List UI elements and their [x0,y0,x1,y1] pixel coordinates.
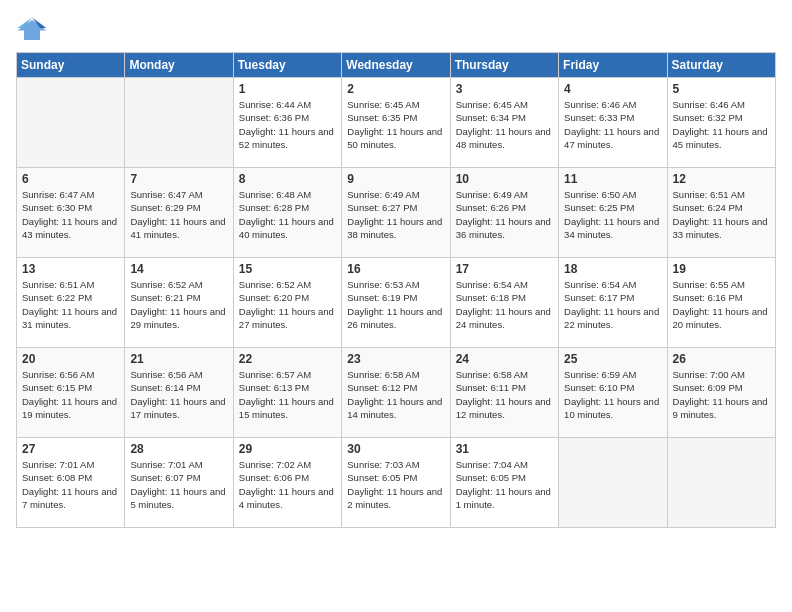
day-number: 13 [22,262,119,276]
day-number: 8 [239,172,336,186]
calendar-cell: 8Sunrise: 6:48 AM Sunset: 6:28 PM Daylig… [233,168,341,258]
calendar-table: SundayMondayTuesdayWednesdayThursdayFrid… [16,52,776,528]
calendar-cell: 2Sunrise: 6:45 AM Sunset: 6:35 PM Daylig… [342,78,450,168]
day-number: 6 [22,172,119,186]
day-number: 30 [347,442,444,456]
day-info: Sunrise: 6:54 AM Sunset: 6:18 PM Dayligh… [456,278,553,331]
day-info: Sunrise: 6:44 AM Sunset: 6:36 PM Dayligh… [239,98,336,151]
day-info: Sunrise: 6:45 AM Sunset: 6:34 PM Dayligh… [456,98,553,151]
calendar-cell: 15Sunrise: 6:52 AM Sunset: 6:20 PM Dayli… [233,258,341,348]
calendar-week-4: 20Sunrise: 6:56 AM Sunset: 6:15 PM Dayli… [17,348,776,438]
day-number: 3 [456,82,553,96]
calendar-week-3: 13Sunrise: 6:51 AM Sunset: 6:22 PM Dayli… [17,258,776,348]
day-info: Sunrise: 7:01 AM Sunset: 6:07 PM Dayligh… [130,458,227,511]
day-number: 14 [130,262,227,276]
calendar-cell [667,438,775,528]
day-info: Sunrise: 6:52 AM Sunset: 6:20 PM Dayligh… [239,278,336,331]
day-info: Sunrise: 6:55 AM Sunset: 6:16 PM Dayligh… [673,278,770,331]
calendar-cell: 1Sunrise: 6:44 AM Sunset: 6:36 PM Daylig… [233,78,341,168]
calendar-week-2: 6Sunrise: 6:47 AM Sunset: 6:30 PM Daylig… [17,168,776,258]
day-info: Sunrise: 6:53 AM Sunset: 6:19 PM Dayligh… [347,278,444,331]
calendar-cell: 20Sunrise: 6:56 AM Sunset: 6:15 PM Dayli… [17,348,125,438]
day-info: Sunrise: 6:58 AM Sunset: 6:12 PM Dayligh… [347,368,444,421]
day-number: 2 [347,82,444,96]
calendar-cell: 27Sunrise: 7:01 AM Sunset: 6:08 PM Dayli… [17,438,125,528]
calendar-cell: 4Sunrise: 6:46 AM Sunset: 6:33 PM Daylig… [559,78,667,168]
calendar-cell: 31Sunrise: 7:04 AM Sunset: 6:05 PM Dayli… [450,438,558,528]
day-info: Sunrise: 7:02 AM Sunset: 6:06 PM Dayligh… [239,458,336,511]
day-number: 21 [130,352,227,366]
day-info: Sunrise: 6:57 AM Sunset: 6:13 PM Dayligh… [239,368,336,421]
day-number: 7 [130,172,227,186]
day-info: Sunrise: 6:49 AM Sunset: 6:26 PM Dayligh… [456,188,553,241]
calendar-week-1: 1Sunrise: 6:44 AM Sunset: 6:36 PM Daylig… [17,78,776,168]
calendar-cell: 23Sunrise: 6:58 AM Sunset: 6:12 PM Dayli… [342,348,450,438]
calendar-cell: 6Sunrise: 6:47 AM Sunset: 6:30 PM Daylig… [17,168,125,258]
day-info: Sunrise: 7:04 AM Sunset: 6:05 PM Dayligh… [456,458,553,511]
calendar-cell: 21Sunrise: 6:56 AM Sunset: 6:14 PM Dayli… [125,348,233,438]
day-number: 11 [564,172,661,186]
weekday-header-friday: Friday [559,53,667,78]
calendar-cell: 5Sunrise: 6:46 AM Sunset: 6:32 PM Daylig… [667,78,775,168]
calendar-cell: 12Sunrise: 6:51 AM Sunset: 6:24 PM Dayli… [667,168,775,258]
day-number: 9 [347,172,444,186]
calendar-cell [559,438,667,528]
calendar-cell: 16Sunrise: 6:53 AM Sunset: 6:19 PM Dayli… [342,258,450,348]
day-info: Sunrise: 7:01 AM Sunset: 6:08 PM Dayligh… [22,458,119,511]
day-number: 17 [456,262,553,276]
day-number: 29 [239,442,336,456]
day-number: 5 [673,82,770,96]
day-info: Sunrise: 6:46 AM Sunset: 6:33 PM Dayligh… [564,98,661,151]
day-number: 4 [564,82,661,96]
day-info: Sunrise: 6:49 AM Sunset: 6:27 PM Dayligh… [347,188,444,241]
logo [16,16,52,44]
weekday-header-sunday: Sunday [17,53,125,78]
day-number: 1 [239,82,336,96]
calendar-cell [17,78,125,168]
day-number: 27 [22,442,119,456]
calendar-cell: 30Sunrise: 7:03 AM Sunset: 6:05 PM Dayli… [342,438,450,528]
calendar-cell: 14Sunrise: 6:52 AM Sunset: 6:21 PM Dayli… [125,258,233,348]
day-number: 19 [673,262,770,276]
day-info: Sunrise: 7:00 AM Sunset: 6:09 PM Dayligh… [673,368,770,421]
weekday-header-saturday: Saturday [667,53,775,78]
day-info: Sunrise: 6:47 AM Sunset: 6:29 PM Dayligh… [130,188,227,241]
calendar-cell: 22Sunrise: 6:57 AM Sunset: 6:13 PM Dayli… [233,348,341,438]
day-info: Sunrise: 6:54 AM Sunset: 6:17 PM Dayligh… [564,278,661,331]
weekday-header-wednesday: Wednesday [342,53,450,78]
day-number: 28 [130,442,227,456]
day-info: Sunrise: 6:46 AM Sunset: 6:32 PM Dayligh… [673,98,770,151]
weekday-header-thursday: Thursday [450,53,558,78]
day-number: 20 [22,352,119,366]
calendar-cell: 29Sunrise: 7:02 AM Sunset: 6:06 PM Dayli… [233,438,341,528]
weekday-header-row: SundayMondayTuesdayWednesdayThursdayFrid… [17,53,776,78]
day-number: 12 [673,172,770,186]
day-number: 24 [456,352,553,366]
day-info: Sunrise: 6:52 AM Sunset: 6:21 PM Dayligh… [130,278,227,331]
calendar-cell: 24Sunrise: 6:58 AM Sunset: 6:11 PM Dayli… [450,348,558,438]
calendar-cell: 10Sunrise: 6:49 AM Sunset: 6:26 PM Dayli… [450,168,558,258]
day-info: Sunrise: 6:56 AM Sunset: 6:15 PM Dayligh… [22,368,119,421]
calendar-cell: 13Sunrise: 6:51 AM Sunset: 6:22 PM Dayli… [17,258,125,348]
day-number: 22 [239,352,336,366]
day-info: Sunrise: 7:03 AM Sunset: 6:05 PM Dayligh… [347,458,444,511]
page-header [16,16,776,44]
svg-marker-0 [18,20,47,40]
calendar-cell: 25Sunrise: 6:59 AM Sunset: 6:10 PM Dayli… [559,348,667,438]
day-number: 26 [673,352,770,366]
calendar-cell: 17Sunrise: 6:54 AM Sunset: 6:18 PM Dayli… [450,258,558,348]
calendar-week-5: 27Sunrise: 7:01 AM Sunset: 6:08 PM Dayli… [17,438,776,528]
day-info: Sunrise: 6:56 AM Sunset: 6:14 PM Dayligh… [130,368,227,421]
day-info: Sunrise: 6:50 AM Sunset: 6:25 PM Dayligh… [564,188,661,241]
calendar-cell: 19Sunrise: 6:55 AM Sunset: 6:16 PM Dayli… [667,258,775,348]
logo-icon [16,16,48,44]
day-info: Sunrise: 6:51 AM Sunset: 6:24 PM Dayligh… [673,188,770,241]
calendar-cell: 26Sunrise: 7:00 AM Sunset: 6:09 PM Dayli… [667,348,775,438]
day-info: Sunrise: 6:45 AM Sunset: 6:35 PM Dayligh… [347,98,444,151]
day-number: 18 [564,262,661,276]
day-info: Sunrise: 6:48 AM Sunset: 6:28 PM Dayligh… [239,188,336,241]
day-number: 16 [347,262,444,276]
calendar-cell: 28Sunrise: 7:01 AM Sunset: 6:07 PM Dayli… [125,438,233,528]
calendar-cell [125,78,233,168]
weekday-header-monday: Monday [125,53,233,78]
